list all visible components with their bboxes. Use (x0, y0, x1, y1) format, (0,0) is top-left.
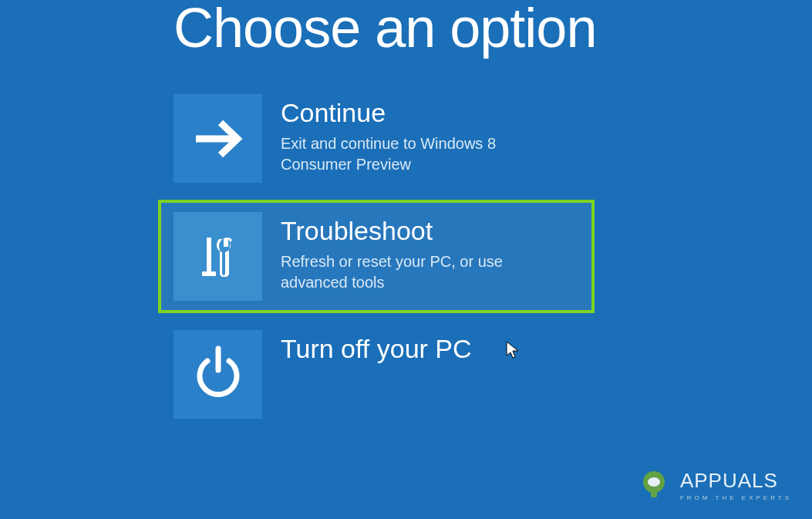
watermark: APPUALS FROM THE EXPERTS (635, 467, 792, 504)
option-text: Troubleshoot Refresh or reset your PC, o… (281, 212, 558, 293)
watermark-text: APPUALS FROM THE EXPERTS (680, 469, 792, 501)
watermark-brand: APPUALS (680, 469, 792, 493)
option-title: Continue (281, 97, 558, 129)
watermark-tagline: FROM THE EXPERTS (680, 494, 792, 501)
option-desc: Exit and continue to Windows 8 Consumer … (281, 133, 558, 175)
option-troubleshoot[interactable]: Troubleshoot Refresh or reset your PC, o… (158, 200, 595, 313)
watermark-logo-icon (635, 467, 672, 504)
tools-icon (174, 212, 262, 301)
page-title: Choose an option (174, 0, 812, 56)
arrow-right-icon (174, 94, 262, 183)
option-text: Turn off your PC (281, 330, 472, 369)
options-list: Continue Exit and continue to Windows 8 … (174, 94, 812, 419)
option-text: Continue Exit and continue to Windows 8 … (281, 94, 558, 175)
svg-rect-1 (207, 238, 211, 271)
option-desc: Refresh or reset your PC, or use advance… (281, 251, 558, 293)
svg-rect-5 (651, 490, 657, 497)
svg-rect-2 (202, 271, 216, 276)
option-title: Troubleshoot (281, 215, 558, 247)
power-icon (174, 330, 262, 419)
option-title: Turn off your PC (281, 333, 472, 365)
option-continue[interactable]: Continue Exit and continue to Windows 8 … (174, 94, 582, 183)
recovery-screen: Choose an option Continue Exit and conti… (0, 0, 812, 419)
option-turnoff[interactable]: Turn off your PC (174, 330, 582, 419)
